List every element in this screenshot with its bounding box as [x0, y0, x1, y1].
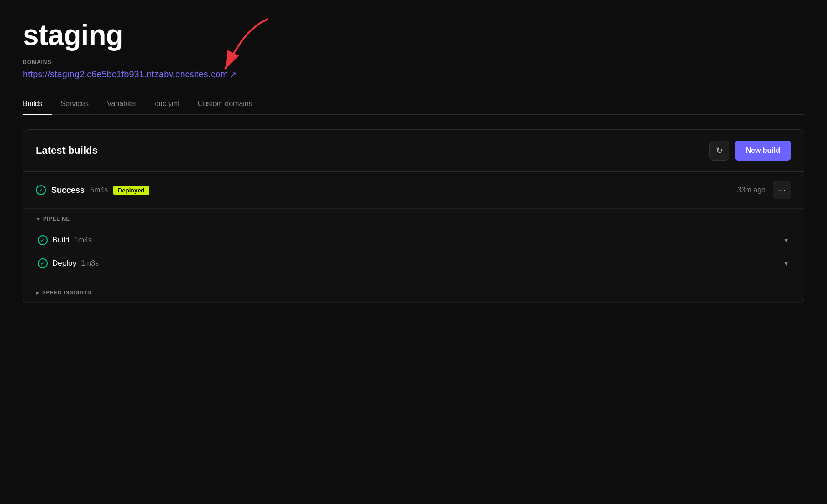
pipeline-section: ▼ PIPELINE ✓ Build 1m4s ▼ [23, 209, 804, 282]
success-icon: ✓ [36, 185, 46, 195]
pipeline-deploy-name: Deploy [52, 259, 76, 268]
more-icon: ··· [778, 186, 786, 195]
build-item-right: 33m ago ··· [737, 181, 791, 199]
pipeline-chevron-down-icon: ▼ [36, 217, 40, 222]
pipeline-deploy-success-icon: ✓ [38, 258, 48, 268]
tab-cnc-yml[interactable]: cnc.yml [153, 94, 188, 114]
speed-insights-header[interactable]: ▶ SPEED INSIGHTS [36, 290, 791, 295]
pipeline-build-name: Build [52, 236, 70, 245]
build-status-row: ✓ Success 5m4s Deployed [36, 185, 149, 195]
tab-builds[interactable]: Builds [23, 94, 52, 114]
refresh-button[interactable]: ↻ [709, 141, 729, 161]
domain-url-text: https://staging2.c6e5bc1fb931.ritzabv.cn… [23, 69, 228, 80]
speed-insights-section: ▶ SPEED INSIGHTS [23, 282, 804, 302]
speed-insights-label: SPEED INSIGHTS [42, 290, 91, 295]
builds-card: Latest builds ↻ New build ✓ Success 5m4s… [23, 129, 804, 303]
build-status-text: Success [51, 186, 85, 195]
more-options-button[interactable]: ··· [773, 181, 791, 199]
pipeline-item-build[interactable]: ✓ Build 1m4s ▼ [36, 229, 791, 252]
speed-insights-chevron-right-icon: ▶ [36, 290, 40, 295]
pipeline-deploy-duration: 1m3s [81, 259, 99, 267]
tab-services[interactable]: Services [59, 94, 98, 114]
pipeline-build-chevron-icon: ▼ [783, 237, 789, 244]
pipeline-header[interactable]: ▼ PIPELINE [36, 216, 791, 222]
build-duration: 5m4s [90, 186, 108, 194]
refresh-icon: ↻ [716, 146, 723, 156]
build-time: 33m ago [737, 186, 766, 194]
pipeline-item-deploy[interactable]: ✓ Deploy 1m3s ▼ [36, 252, 791, 275]
deployed-badge: Deployed [113, 186, 149, 195]
pipeline-build-duration: 1m4s [74, 236, 92, 244]
latest-builds-title: Latest builds [36, 145, 98, 156]
external-link-icon: ↗ [230, 70, 237, 80]
page-title: staging [23, 18, 804, 52]
domain-link[interactable]: https://staging2.c6e5bc1fb931.ritzabv.cn… [23, 69, 237, 80]
new-build-button[interactable]: New build [735, 141, 791, 161]
pipeline-label: PIPELINE [43, 216, 70, 222]
builds-card-header: Latest builds ↻ New build [23, 130, 804, 172]
domains-label: DOMAINS [23, 59, 804, 66]
tabs-container: Builds Services Variables cnc.yml Custom… [23, 94, 804, 115]
tab-variables[interactable]: Variables [105, 94, 146, 114]
header-actions: ↻ New build [709, 141, 791, 161]
pipeline-build-success-icon: ✓ [38, 235, 48, 245]
pipeline-deploy-chevron-icon: ▼ [783, 260, 789, 267]
build-item-header: ✓ Success 5m4s Deployed 33m ago ··· [23, 172, 804, 209]
build-item: ✓ Success 5m4s Deployed 33m ago ··· ▼ [23, 172, 804, 303]
tab-custom-domains[interactable]: Custom domains [196, 94, 262, 114]
